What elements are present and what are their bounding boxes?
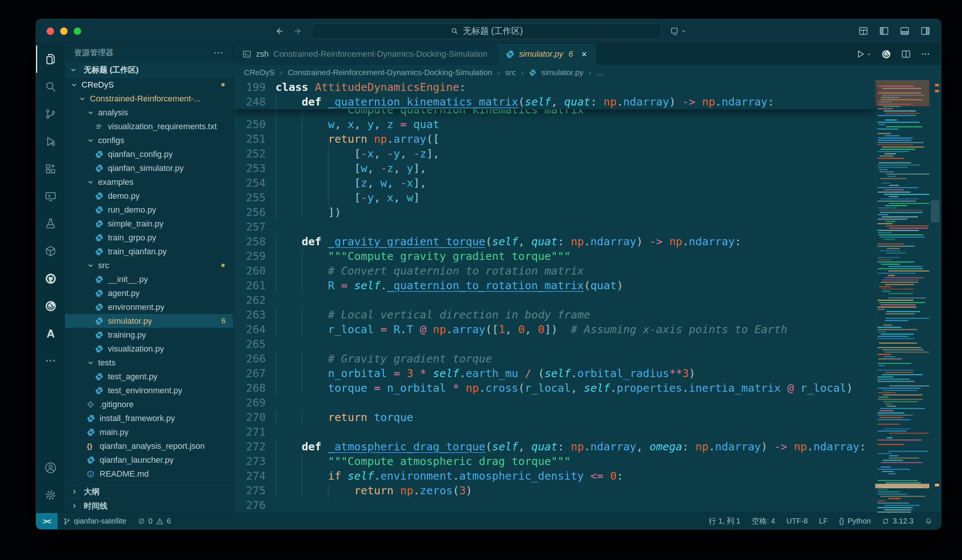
code-line-275[interactable]: 275return np.zeros(3) — [233, 483, 875, 498]
toggle-panel-icon[interactable] — [900, 26, 910, 36]
tree-file-README.md[interactable]: README.md — [65, 467, 233, 481]
split-editor-icon[interactable] — [901, 49, 911, 59]
tree-file-visualization.py[interactable]: visualization.py — [65, 342, 233, 356]
code-line-270[interactable]: 270return torque — [233, 410, 875, 425]
activity-openai[interactable] — [36, 292, 65, 320]
openai-extension-icon[interactable] — [881, 49, 891, 60]
language-mode[interactable]: {} Python — [833, 513, 877, 529]
activity-remote-explorer[interactable] — [36, 183, 65, 210]
breadcrumb-item[interactable]: ... — [597, 68, 604, 77]
code-line-253[interactable]: 253[w, -z, y], — [233, 161, 875, 176]
code-line-257[interactable]: 257 — [233, 220, 875, 234]
code-line-260[interactable]: 260# Convert quaternion to rotation matr… — [233, 264, 875, 278]
encoding-setting[interactable]: UTF-8 — [781, 513, 814, 529]
toggle-secondary-sidebar-icon[interactable] — [920, 26, 930, 36]
tree-file-visualization_requirements.txt[interactable]: visualization_requirements.txt — [65, 119, 233, 134]
code-line-274[interactable]: 274if self.environment.atmospheric_densi… — [233, 469, 875, 483]
activity-extensions[interactable] — [36, 155, 65, 183]
settings-button[interactable] — [36, 481, 65, 509]
indentation-setting[interactable]: 空格: 4 — [746, 513, 781, 529]
code-line-266[interactable]: 266# Gravity gradient torque — [233, 352, 875, 366]
code-line-264[interactable]: 264r_local = R.T @ np.array([1, 0, 0]) #… — [233, 322, 875, 337]
tree-file-.gitignore[interactable]: .gitignore — [65, 397, 233, 411]
tree-folder-CReDyS[interactable]: CReDyS — [65, 78, 233, 92]
tree-file-demo.py[interactable]: demo.py — [65, 189, 233, 203]
breadcrumb-item[interactable]: Constrained-Reinforcement-Dynamics-Docki… — [288, 68, 492, 77]
editor-more-actions-icon[interactable] — [921, 49, 930, 59]
code-line-254[interactable]: 254[z, w, -x], — [233, 176, 875, 190]
tree-folder-analysis[interactable]: analysis — [65, 106, 233, 119]
tree-file-qianfan_analysis_report.json[interactable]: {}qianfan_analysis_report.json — [65, 439, 233, 453]
code-editor[interactable]: 199class AttitudeDynamicsEngine:248def _… — [233, 80, 941, 513]
toggle-primary-sidebar-icon[interactable] — [879, 26, 889, 36]
tree-file-qianfan_simulator.py[interactable]: qianfan_simulator.py — [65, 161, 233, 175]
tree-folder-configs[interactable]: configs — [65, 134, 233, 147]
zoom-window-button[interactable] — [74, 27, 81, 35]
command-center-search[interactable]: 无标题 (工作区) — [312, 23, 661, 39]
tree-folder-examples[interactable]: examples — [65, 175, 233, 189]
code-line-199[interactable]: 199class AttitudeDynamicsEngine: — [233, 80, 875, 95]
tree-file-qianfan_config.py[interactable]: qianfan_config.py — [65, 147, 233, 161]
code-line-251[interactable]: 251return np.array([ — [233, 132, 875, 146]
code-line-261[interactable]: 261R = self._quaternion_to_rotation_matr… — [233, 278, 875, 293]
tree-file-__init__.py[interactable]: __init__.py — [65, 272, 233, 286]
tree-file-install_framework.py[interactable]: install_framework.py — [65, 411, 233, 425]
code-line-259[interactable]: 259"""Compute gravity gradient torque""" — [233, 249, 875, 264]
code-line-262[interactable]: 262 — [233, 293, 875, 307]
code-line-255[interactable]: 255[-y, x, w] — [233, 190, 875, 205]
code-line-258[interactable]: 258def _gravity_gradient_torque(self, qu… — [233, 234, 875, 249]
breadcrumb-item[interactable]: simulator.py — [541, 68, 584, 77]
tree-folder-src[interactable]: src — [65, 258, 233, 272]
tree-file-run_demo.py[interactable]: run_demo.py — [65, 203, 233, 217]
tab-simulator-py[interactable]: simulator.py 6 × — [497, 43, 596, 65]
tree-file-environment.py[interactable]: environment.py — [65, 300, 233, 314]
code-line-256[interactable]: 256]) — [233, 205, 875, 220]
activity-search[interactable] — [36, 73, 65, 100]
close-window-button[interactable] — [47, 27, 54, 35]
tree-folder-Constrained-Reinforcement-...[interactable]: Constrained-Reinforcement-... — [65, 92, 233, 106]
tree-file-training.py[interactable]: training.py — [65, 328, 233, 342]
code-line-250[interactable]: 250w, x, y, z = quat — [233, 117, 875, 132]
activity-anthropic[interactable] — [36, 320, 65, 347]
activity-package[interactable] — [36, 237, 65, 265]
code-line-267[interactable]: 267n_orbital = 3 * self.earth_mu / (self… — [233, 366, 875, 381]
account-button[interactable] — [36, 454, 65, 481]
eol-setting[interactable]: LF — [813, 513, 833, 529]
code-line-265[interactable]: 265 — [233, 337, 875, 352]
code-line-248[interactable]: 248def _quaternion_kinematics_matrix(sel… — [233, 95, 875, 109]
branch-indicator[interactable]: qianfan-satellite — [58, 513, 132, 529]
window-layout-dropdown-icon[interactable] — [670, 27, 686, 36]
code-line-271[interactable]: 271 — [233, 425, 875, 439]
activity-more[interactable] — [36, 347, 65, 375]
code-line-272[interactable]: 272def _atmospheric_drag_torque(self, qu… — [233, 439, 875, 454]
code-line-276[interactable]: 276 — [233, 498, 875, 513]
close-icon[interactable]: × — [581, 49, 587, 59]
activity-github[interactable] — [36, 265, 65, 292]
cursor-position[interactable]: 行 1, 列 1 — [703, 513, 746, 529]
workspace-section-header[interactable]: 无标题 (工作区) — [65, 62, 233, 78]
editor-scrollbar[interactable] — [929, 80, 941, 513]
customize-layout-icon[interactable] — [858, 26, 868, 36]
code-line-252[interactable]: 252[-x, -y, -z], — [233, 146, 875, 161]
back-arrow-icon[interactable] — [274, 26, 284, 36]
breadcrumb-item[interactable]: CReDyS — [244, 68, 275, 77]
activity-explorer[interactable] — [36, 45, 65, 73]
forward-arrow-icon[interactable] — [293, 26, 303, 36]
timeline-section[interactable]: 时间线 — [65, 499, 233, 513]
activity-run-debug[interactable] — [36, 128, 65, 155]
activity-testing[interactable] — [36, 210, 65, 237]
problems-indicator[interactable]: 0 6 — [132, 513, 177, 529]
code-line-268[interactable]: 268torque = n_orbital * np.cross(r_local… — [233, 381, 875, 396]
tree-file-simple_train.py[interactable]: simple_train.py — [65, 217, 233, 231]
tree-file-simulator.py[interactable]: simulator.py6 — [65, 314, 233, 328]
code-line-263[interactable]: 263# Local vertical direction in body fr… — [233, 307, 875, 322]
scrollbar-thumb[interactable] — [931, 200, 939, 223]
code-line-249[interactable]: """Compute quaternion kinematics matrix"… — [233, 109, 875, 117]
python-interpreter[interactable]: 3.12.3 — [876, 513, 919, 529]
tab-zsh-terminal[interactable]: zsh Constrained-Reinforcement-Dynamics-D… — [233, 43, 497, 65]
code-line-273[interactable]: 273"""Compute atmospheric drag torque""" — [233, 454, 875, 469]
remote-indicator[interactable]: >< — [36, 513, 58, 529]
minimap[interactable] — [875, 80, 929, 513]
notifications-bell[interactable] — [919, 513, 938, 529]
activity-source-control[interactable] — [36, 100, 65, 128]
